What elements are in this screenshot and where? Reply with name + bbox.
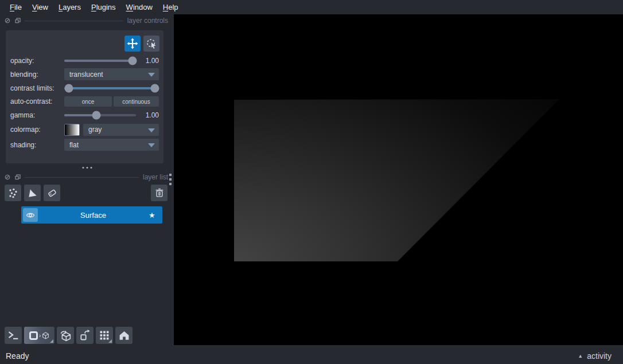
contrast-limits-high-handle[interactable]: [151, 84, 159, 93]
layer-list-toolbar: [5, 185, 168, 201]
left-dock: layer controls: [0, 14, 174, 348]
gamma-label: gamma:: [10, 111, 64, 119]
auto-contrast-label: auto-contrast:: [10, 97, 64, 105]
contrast-limits-track: [64, 87, 159, 89]
delete-layer-button[interactable]: [151, 185, 168, 201]
blending-label: blending:: [10, 71, 64, 79]
trash-icon: [154, 187, 165, 198]
dock-float-icon[interactable]: [15, 18, 21, 24]
points-icon: [7, 187, 19, 199]
contrast-limits-label: contrast limits:: [10, 84, 64, 92]
layer-controls-header: layer controls: [5, 17, 168, 25]
home-icon: [119, 330, 130, 341]
menu-view[interactable]: View: [27, 1, 53, 13]
gamma-slider[interactable]: [64, 110, 136, 120]
contrast-limits-low-handle[interactable]: [65, 84, 73, 93]
menu-layers[interactable]: Layers: [53, 1, 86, 13]
dock-float-icon[interactable]: [15, 174, 21, 180]
shading-label: shading:: [10, 141, 64, 149]
blending-row: blending: translucent: [6, 68, 163, 81]
status-message: Ready: [6, 351, 578, 361]
viewer-canvas[interactable]: [174, 14, 623, 345]
menu-file[interactable]: File: [5, 1, 27, 13]
napari-window: File View Layers Plugins Window Help: [0, 0, 623, 364]
layer-list-header: layer list: [5, 173, 168, 181]
3d-cube-icon: [42, 332, 49, 339]
home-reset-view-button[interactable]: [115, 327, 133, 344]
gamma-slider-handle[interactable]: [92, 111, 101, 120]
dock-hide-icon[interactable]: [5, 174, 10, 180]
pan-arrows-icon: [127, 38, 138, 49]
opacity-slider-handle[interactable]: [128, 57, 137, 65]
auto-contrast-once-button[interactable]: once: [64, 96, 112, 107]
viewer-buttons: ›: [5, 327, 133, 344]
tag-icon: [46, 187, 58, 199]
grid-icon: [99, 330, 110, 340]
auto-contrast-row: auto-contrast: once continuous: [6, 95, 163, 108]
dock-drag-grip[interactable]: [169, 174, 172, 185]
grid-view-button[interactable]: [96, 327, 113, 344]
gamma-slider-fill: [64, 114, 96, 116]
blending-selected-value: translucent: [69, 71, 103, 79]
opacity-label: opacity:: [10, 57, 64, 65]
ndisplay-toggle-button[interactable]: ›: [24, 327, 54, 344]
colormap-selected-value: gray: [88, 126, 102, 134]
pan-zoom-mode-button[interactable]: [124, 36, 141, 52]
panel-resize-handle[interactable]: [82, 167, 92, 169]
layer-controls-panel: opacity: 1.00 blending: translucent: [6, 30, 163, 163]
new-points-layer-button[interactable]: [5, 185, 21, 201]
transpose-dimensions-button[interactable]: [76, 327, 94, 344]
menu-bar: File View Layers Plugins Window Help: [0, 0, 623, 14]
transpose-icon: [79, 330, 91, 341]
new-labels-layer-button[interactable]: [44, 185, 60, 201]
status-bar: Ready ▲ activity: [0, 348, 623, 364]
opacity-row: opacity: 1.00: [6, 54, 163, 67]
chevron-right-icon: ›: [39, 332, 41, 339]
transform-mode-button[interactable]: [143, 36, 159, 52]
gamma-row: gamma: 1.00: [6, 108, 163, 122]
colormap-label: colormap:: [10, 126, 64, 134]
layer-row-surface[interactable]: Surface ★: [21, 206, 162, 224]
shading-row: shading: flat: [6, 138, 163, 152]
transform-cursor-icon: [146, 38, 157, 49]
dock-header-divider: [25, 21, 123, 21]
activity-toggle[interactable]: ▲ activity: [578, 351, 612, 361]
menu-window[interactable]: Window: [121, 1, 158, 13]
chevron-down-icon: [148, 143, 155, 147]
layer-visibility-toggle[interactable]: [23, 208, 38, 222]
2d-square-icon: [29, 331, 38, 340]
colormap-row: colormap: gray: [6, 122, 163, 137]
star-icon: ★: [149, 211, 162, 220]
shapes-polygon-icon: [27, 187, 38, 199]
menu-plugins[interactable]: Plugins: [86, 1, 121, 13]
eye-icon: [26, 212, 35, 219]
blending-dropdown[interactable]: translucent: [64, 68, 159, 80]
chevron-down-icon: [148, 128, 155, 132]
shading-selected-value: flat: [69, 141, 79, 149]
shading-dropdown[interactable]: flat: [64, 139, 159, 151]
layer-name-label: Surface: [38, 211, 149, 220]
layer-controls-title: layer controls: [127, 17, 168, 25]
contrast-limits-slider[interactable]: [64, 83, 159, 93]
gamma-value: 1.00: [139, 111, 159, 119]
new-shapes-layer-button[interactable]: [24, 185, 41, 201]
colormap-dropdown[interactable]: gray: [83, 124, 159, 136]
roll-dimensions-button[interactable]: [57, 327, 74, 344]
menu-help[interactable]: Help: [158, 1, 184, 13]
opacity-slider-fill: [64, 60, 132, 62]
dock-header-icons: [5, 174, 21, 180]
chevron-down-icon: [148, 73, 155, 77]
colormap-gradient-swatch[interactable]: [64, 124, 80, 136]
auto-contrast-continuous-button[interactable]: continuous: [114, 96, 159, 107]
opacity-value: 1.00: [139, 57, 159, 65]
contrast-limits-row: contrast limits:: [6, 81, 163, 95]
console-button[interactable]: [5, 327, 22, 344]
chevron-up-icon: ▲: [578, 353, 583, 359]
terminal-icon: [7, 330, 19, 340]
dock-hide-icon[interactable]: [5, 18, 10, 24]
layer-list-title: layer list: [143, 173, 168, 181]
surface-layer-render: [174, 14, 623, 345]
activity-label: activity: [587, 351, 612, 361]
dock-header-divider: [25, 177, 139, 178]
opacity-slider[interactable]: [64, 56, 136, 65]
